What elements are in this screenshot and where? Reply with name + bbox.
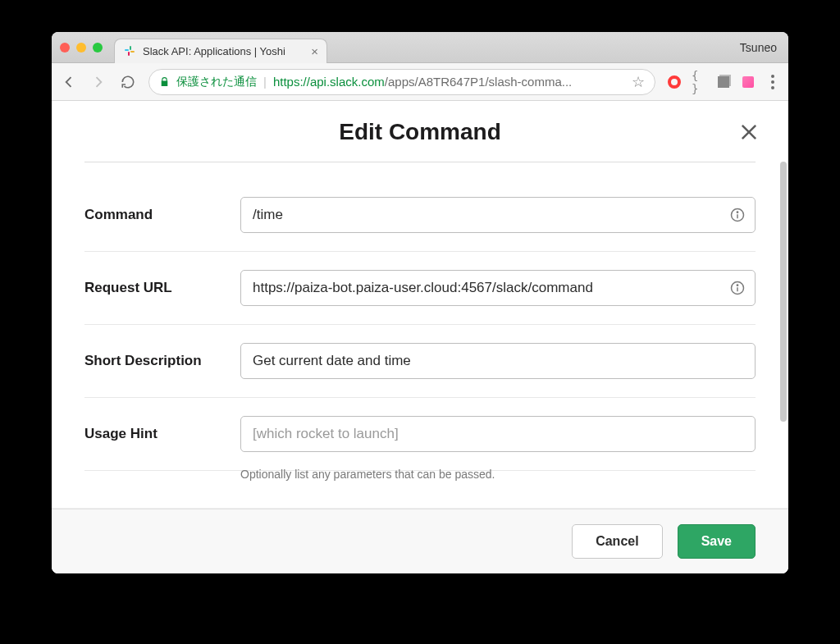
url-text: https://api.slack.com/apps/A8TR647P1/sla… <box>273 75 625 89</box>
modal-title: Edit Command <box>84 119 756 145</box>
usage-hint-label: Usage Hint <box>84 426 224 442</box>
field-request-url: Request URL <box>84 252 756 325</box>
extension-target-icon[interactable] <box>667 75 682 89</box>
extension-pink-icon[interactable] <box>741 75 756 89</box>
lock-icon <box>159 76 170 87</box>
extension-braces-icon[interactable]: { } <box>692 75 706 89</box>
short-description-label: Short Description <box>84 353 224 369</box>
modal-footer: Cancel Save <box>52 509 788 573</box>
svg-rect-3 <box>130 46 131 50</box>
back-button[interactable] <box>60 73 78 91</box>
page-content: Edit Command Command Request URL <box>52 101 788 573</box>
command-input[interactable] <box>240 197 756 233</box>
field-command: Command <box>84 179 756 252</box>
usage-hint-helper: Optionally list any parameters that can … <box>84 468 756 481</box>
browser-tabbar: Slack API: Applications | Yoshi × Tsuneo <box>52 32 788 63</box>
request-url-input[interactable] <box>240 270 756 306</box>
tab-title: Slack API: Applications | Yoshi <box>143 45 304 57</box>
browser-toolbar: 保護された通信 | https://api.slack.com/apps/A8T… <box>52 63 788 101</box>
field-short-description: Short Description <box>84 325 756 398</box>
address-bar[interactable]: 保護された通信 | https://api.slack.com/apps/A8T… <box>148 69 655 95</box>
bookmark-star-icon[interactable]: ☆ <box>632 73 645 91</box>
info-icon[interactable] <box>729 280 746 296</box>
extension-icons: { } <box>667 75 780 89</box>
command-label: Command <box>84 207 224 223</box>
url-separator: | <box>263 75 267 89</box>
forward-button[interactable] <box>89 73 107 91</box>
modal-header: Edit Command <box>52 101 788 162</box>
cancel-button[interactable]: Cancel <box>572 524 662 559</box>
profile-name[interactable]: Tsuneo <box>740 41 777 54</box>
browser-window: Slack API: Applications | Yoshi × Tsuneo… <box>52 32 788 573</box>
close-icon[interactable] <box>737 121 760 144</box>
tab-close-icon[interactable]: × <box>311 45 318 57</box>
save-button[interactable]: Save <box>678 524 756 559</box>
info-icon[interactable] <box>729 207 746 223</box>
svg-rect-0 <box>125 49 129 51</box>
body-scrollbar[interactable] <box>780 162 787 508</box>
short-description-input[interactable] <box>240 343 756 379</box>
window-minimize-button[interactable] <box>76 43 86 53</box>
slack-favicon-icon <box>123 44 136 57</box>
secure-label: 保護された通信 <box>176 75 257 89</box>
window-zoom-button[interactable] <box>93 43 103 53</box>
browser-menu-icon[interactable] <box>765 75 780 89</box>
field-usage-hint: Usage Hint <box>84 398 756 471</box>
svg-rect-1 <box>130 51 135 53</box>
browser-tab[interactable]: Slack API: Applications | Yoshi × <box>114 39 327 63</box>
modal-body: Command Request URL Short Description <box>52 162 788 509</box>
svg-point-7 <box>737 285 737 285</box>
usage-hint-input[interactable] <box>240 416 756 452</box>
window-close-button[interactable] <box>60 43 70 53</box>
extension-stack-icon[interactable] <box>716 75 731 89</box>
request-url-label: Request URL <box>84 280 224 296</box>
svg-point-5 <box>737 212 737 212</box>
reload-button[interactable] <box>119 73 137 91</box>
window-traffic-lights <box>60 43 103 53</box>
svg-rect-2 <box>128 52 130 56</box>
